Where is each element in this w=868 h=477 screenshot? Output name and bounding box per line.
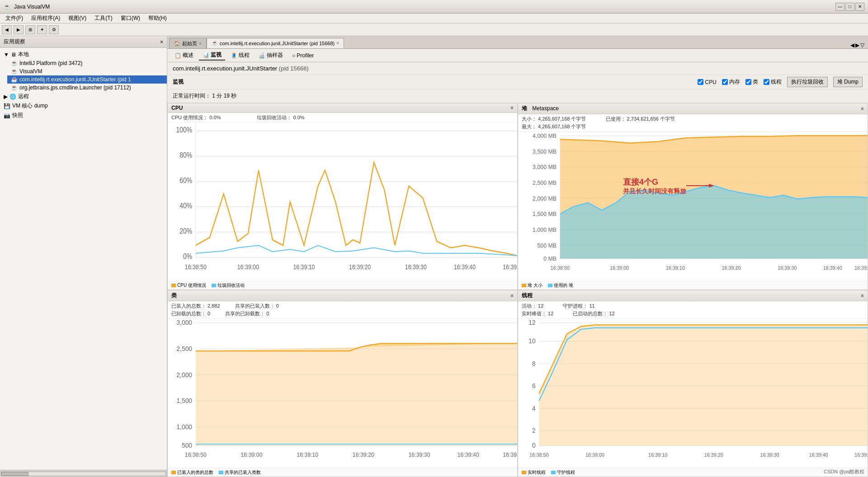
class-label: 类 xyxy=(753,78,758,86)
subtab-profiler[interactable]: ○ Profiler xyxy=(288,51,317,60)
svg-text:16:38:50: 16:38:50 xyxy=(185,263,207,271)
checkbox-class[interactable]: 类 xyxy=(745,78,758,86)
gc-button[interactable]: 执行垃圾回收 xyxy=(787,77,828,87)
memory-label: 内存 xyxy=(729,78,740,86)
thread-panel-header: 线程 × xyxy=(518,290,868,301)
app-icon-launcher: ☕ xyxy=(11,84,18,91)
menu-view[interactable]: 视图(V) xyxy=(65,14,90,23)
expand-icon: ▼ xyxy=(4,51,9,58)
svg-text:4,000 MB: 4,000 MB xyxy=(533,132,557,139)
class-shared-label: 共享的已装入类数 xyxy=(225,469,261,476)
snapshot-label: 快照 xyxy=(12,112,23,119)
svg-text:16:38:50: 16:38:50 xyxy=(529,452,548,458)
sidebar-header: 应用观察 × xyxy=(0,36,167,48)
sidebar-local[interactable]: ▼ 🖥 本地 xyxy=(0,50,167,59)
tab-process-close[interactable]: × xyxy=(336,41,339,46)
sidebar-item-visualvm[interactable]: ☕ VisualVM xyxy=(7,67,167,75)
class-legend: 已装入的类的总数 共享的已装入类数 xyxy=(168,468,517,477)
class-panel: 类 × 已装入的总数： 2,882 共享的已装入数： 0 已卸载的总数： 0 共… xyxy=(167,290,518,477)
subtab-threads[interactable]: 🧵 线程 xyxy=(227,51,253,60)
sidebar-item-intellij[interactable]: ☕ IntelliJ Platform (pid 3472) xyxy=(7,59,167,67)
heap-size-color xyxy=(522,284,526,287)
thread-checkbox[interactable] xyxy=(764,79,769,85)
cpu-stats: CPU 使用情况： 0.0% 垃圾回收活动： 0.0% xyxy=(168,113,517,123)
class-panel-close[interactable]: × xyxy=(510,293,514,299)
svg-text:8: 8 xyxy=(532,360,536,368)
svg-text:2,500 MB: 2,500 MB xyxy=(533,179,557,186)
launcher-label: org.jetbrains.jps.cmdline.Launcher (pid … xyxy=(19,84,131,91)
nav-right-icon[interactable]: ▶ xyxy=(855,42,859,48)
menu-tools[interactable]: 工具(T) xyxy=(91,14,116,23)
sidebar-item-junit[interactable]: ☕ com.intellij.rt.execution.junit.JUnitS… xyxy=(7,75,167,84)
cpu-legend-color xyxy=(171,284,176,287)
class-panel-header: 类 × xyxy=(168,290,517,301)
svg-text:16:39:20: 16:39:20 xyxy=(353,451,374,458)
tab-start-close[interactable]: × xyxy=(199,41,202,46)
subtab-sampler[interactable]: 🔬 抽样器 xyxy=(255,51,287,60)
tab-process[interactable]: ☕ com.intellij.rt.execution.junit.JUnitS… xyxy=(207,38,344,48)
class-checkbox[interactable] xyxy=(745,79,751,85)
sidebar-scrollbar[interactable] xyxy=(0,470,167,477)
subtab-overview[interactable]: 📋 概述 xyxy=(171,51,197,60)
menu-file[interactable]: 文件(F) xyxy=(2,14,27,23)
cpu-checkbox[interactable] xyxy=(698,79,703,85)
nav-menu-icon[interactable]: ▽ xyxy=(860,42,864,48)
profiler-label: Profiler xyxy=(297,52,314,59)
svg-text:0%: 0% xyxy=(183,253,192,260)
sidebar-content: ▼ 🖥 本地 ☕ IntelliJ Platform (pid 3472) ☕ … xyxy=(0,48,167,470)
nav-left-icon[interactable]: ◀ xyxy=(850,42,854,48)
subtab-monitor[interactable]: 📊 监视 xyxy=(199,50,225,61)
sidebar-remote[interactable]: ▶ 🌐 远程 xyxy=(0,92,167,101)
toolbar-btn-5[interactable]: ⚙ xyxy=(49,25,59,34)
menu-help[interactable]: 帮助(H) xyxy=(145,14,170,23)
sidebar-item-launcher[interactable]: ☕ org.jetbrains.jps.cmdline.Launcher (pi… xyxy=(7,84,167,92)
memory-checkbox[interactable] xyxy=(722,79,728,85)
sidebar-close[interactable]: × xyxy=(160,39,163,45)
heap-panel-header: 堆 Metaspace × xyxy=(518,103,868,114)
cpu-panel-close[interactable]: × xyxy=(510,105,514,111)
cpu-legend-label: CPU 使用情况 xyxy=(177,282,206,289)
checkbox-thread[interactable]: 线程 xyxy=(764,78,782,86)
sidebar-vm-dump[interactable]: 💾 VM 核心 dump xyxy=(0,101,167,111)
svg-text:16:39:50: 16:39:50 xyxy=(503,451,517,458)
local-icon: 🖥 xyxy=(11,51,16,58)
minimize-button[interactable]: — xyxy=(835,3,844,11)
svg-text:6: 6 xyxy=(532,382,536,390)
heap-legend: 堆 大小 使用的 堆 xyxy=(518,281,868,290)
tab-start[interactable]: 🏠 起始页 × xyxy=(169,38,207,48)
toolbar-btn-3[interactable]: ⊞ xyxy=(25,25,35,34)
thread-panel-close[interactable]: × xyxy=(861,293,864,299)
checkbox-cpu[interactable]: CPU xyxy=(698,79,716,85)
checkbox-memory[interactable]: 内存 xyxy=(722,78,740,86)
svg-text:16:39:00: 16:39:00 xyxy=(241,451,262,458)
toolbar-btn-4[interactable]: ✦ xyxy=(37,25,47,34)
window-controls: — □ ✕ xyxy=(835,3,864,11)
tab-process-label: com.intellij.rt.execution.junit.JUnitSta… xyxy=(220,41,335,46)
runtime-label: 正常运行时间： xyxy=(173,93,211,99)
content-area: 🏠 起始页 × ☕ com.intellij.rt.execution.juni… xyxy=(167,36,868,477)
close-button[interactable]: ✕ xyxy=(855,3,864,11)
charts-grid: CPU × CPU 使用情况： 0.0% 垃圾回收活动： 0.0% xyxy=(167,103,868,477)
heap-dump-button[interactable]: 堆 Dump xyxy=(833,77,863,87)
app-icon: ☕ xyxy=(4,4,10,10)
heap-panel-close[interactable]: × xyxy=(861,106,864,112)
gc-legend-label: 垃圾回收活动 xyxy=(217,282,245,289)
sidebar: 应用观察 × ▼ 🖥 本地 ☕ IntelliJ Platform (pid 3… xyxy=(0,36,167,477)
toolbar-btn-1[interactable]: ◀ xyxy=(2,25,12,34)
svg-text:2: 2 xyxy=(532,427,536,435)
thread-label: 线程 xyxy=(771,78,782,86)
threads-icon: 🧵 xyxy=(231,52,237,59)
maximize-button[interactable]: □ xyxy=(845,3,854,11)
thread-chart-body: 12 10 8 6 4 2 0 16:38:50 1 xyxy=(518,319,868,468)
menu-app[interactable]: 应用程序(A) xyxy=(28,14,64,23)
svg-text:16:39:50: 16:39:50 xyxy=(854,265,868,271)
menu-window[interactable]: 窗口(W) xyxy=(117,14,144,23)
sidebar-snapshot[interactable]: 📷 快照 xyxy=(0,111,167,120)
heap-used-legend: 使用的 堆 xyxy=(548,282,573,289)
heap-chart-body: 直接4个G 并且长久时间没有释放 xyxy=(518,132,868,281)
live-thread-legend: 实时线程 xyxy=(522,469,546,476)
toolbar-btn-2[interactable]: ▶ xyxy=(14,25,24,34)
svg-text:16:39:20: 16:39:20 xyxy=(704,452,723,458)
live-thread-label: 实时线程 xyxy=(528,469,546,476)
vm-icon: 💾 xyxy=(4,103,10,109)
